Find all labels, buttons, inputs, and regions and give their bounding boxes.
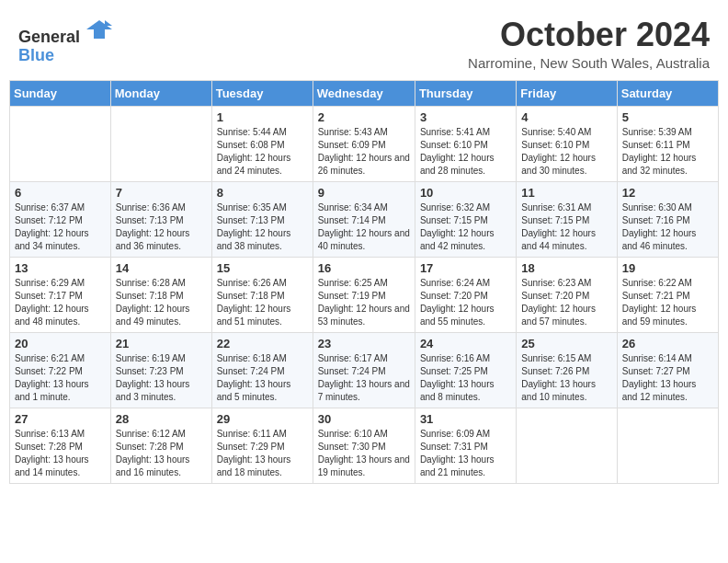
logo-blue: Blue [18, 46, 54, 64]
calendar-cell: 3Sunrise: 5:41 AM Sunset: 6:10 PM Daylig… [415, 106, 516, 181]
day-header-wednesday: Wednesday [313, 80, 415, 106]
calendar-cell: 17Sunrise: 6:24 AM Sunset: 7:20 PM Dayli… [415, 257, 516, 332]
logo: General Blue [18, 17, 112, 65]
day-info: Sunrise: 6:21 AM Sunset: 7:22 PM Dayligh… [15, 352, 106, 404]
day-info: Sunrise: 6:34 AM Sunset: 7:14 PM Dayligh… [318, 201, 410, 253]
calendar-cell: 13Sunrise: 6:29 AM Sunset: 7:17 PM Dayli… [10, 257, 111, 332]
day-info: Sunrise: 5:41 AM Sunset: 6:10 PM Dayligh… [420, 126, 511, 178]
day-number: 15 [217, 261, 308, 275]
calendar-cell: 19Sunrise: 6:22 AM Sunset: 7:21 PM Dayli… [617, 257, 718, 332]
calendar-cell: 21Sunrise: 6:19 AM Sunset: 7:23 PM Dayli… [110, 332, 211, 408]
day-number: 25 [521, 337, 611, 350]
logo-bird-icon [86, 17, 112, 42]
day-info: Sunrise: 5:40 AM Sunset: 6:10 PM Dayligh… [521, 126, 611, 178]
calendar-header-row: SundayMondayTuesdayWednesdayThursdayFrid… [10, 80, 719, 106]
day-number: 2 [318, 110, 410, 124]
day-info: Sunrise: 6:22 AM Sunset: 7:21 PM Dayligh… [622, 277, 713, 328]
day-info: Sunrise: 6:31 AM Sunset: 7:15 PM Dayligh… [521, 201, 611, 253]
calendar-cell: 4Sunrise: 5:40 AM Sunset: 6:10 PM Daylig… [517, 106, 617, 181]
day-number: 19 [622, 261, 713, 275]
day-info: Sunrise: 6:25 AM Sunset: 7:19 PM Dayligh… [318, 277, 410, 328]
day-info: Sunrise: 6:15 AM Sunset: 7:26 PM Dayligh… [521, 352, 611, 404]
day-number: 28 [116, 412, 207, 426]
day-info: Sunrise: 6:30 AM Sunset: 7:16 PM Dayligh… [622, 201, 713, 253]
calendar-cell [10, 106, 111, 181]
calendar-week-row: 13Sunrise: 6:29 AM Sunset: 7:17 PM Dayli… [10, 257, 719, 332]
calendar-cell: 18Sunrise: 6:23 AM Sunset: 7:20 PM Dayli… [517, 257, 617, 332]
day-number: 12 [622, 186, 713, 200]
day-info: Sunrise: 6:18 AM Sunset: 7:24 PM Dayligh… [217, 352, 308, 404]
day-number: 6 [15, 186, 106, 200]
day-info: Sunrise: 6:12 AM Sunset: 7:28 PM Dayligh… [116, 428, 207, 479]
day-info: Sunrise: 5:44 AM Sunset: 6:08 PM Dayligh… [217, 126, 308, 178]
calendar-week-row: 1Sunrise: 5:44 AM Sunset: 6:08 PM Daylig… [10, 106, 719, 181]
day-info: Sunrise: 6:23 AM Sunset: 7:20 PM Dayligh… [521, 277, 611, 328]
calendar-cell: 9Sunrise: 6:34 AM Sunset: 7:14 PM Daylig… [313, 181, 415, 257]
calendar-cell: 10Sunrise: 6:32 AM Sunset: 7:15 PM Dayli… [415, 181, 516, 257]
day-info: Sunrise: 6:37 AM Sunset: 7:12 PM Dayligh… [15, 201, 106, 253]
calendar-cell: 11Sunrise: 6:31 AM Sunset: 7:15 PM Dayli… [517, 181, 617, 257]
day-number: 31 [420, 412, 511, 426]
calendar-cell: 2Sunrise: 5:43 AM Sunset: 6:09 PM Daylig… [313, 106, 415, 181]
day-info: Sunrise: 6:29 AM Sunset: 7:17 PM Dayligh… [15, 277, 106, 328]
day-info: Sunrise: 6:16 AM Sunset: 7:25 PM Dayligh… [420, 352, 511, 404]
day-header-sunday: Sunday [10, 80, 111, 106]
calendar-cell [617, 408, 718, 483]
calendar-cell: 31Sunrise: 6:09 AM Sunset: 7:31 PM Dayli… [415, 408, 516, 483]
title-area: October 2024 Narromine, New South Wales,… [468, 17, 710, 71]
calendar-week-row: 20Sunrise: 6:21 AM Sunset: 7:22 PM Dayli… [10, 332, 719, 408]
day-number: 11 [521, 186, 611, 200]
day-number: 27 [15, 412, 106, 426]
calendar-cell: 29Sunrise: 6:11 AM Sunset: 7:29 PM Dayli… [211, 408, 313, 483]
day-number: 4 [521, 110, 611, 124]
calendar-cell: 7Sunrise: 6:36 AM Sunset: 7:13 PM Daylig… [110, 181, 211, 257]
day-header-saturday: Saturday [617, 80, 718, 106]
calendar-cell: 5Sunrise: 5:39 AM Sunset: 6:11 PM Daylig… [617, 106, 718, 181]
day-info: Sunrise: 5:39 AM Sunset: 6:11 PM Dayligh… [622, 126, 713, 178]
day-number: 18 [521, 261, 611, 275]
day-info: Sunrise: 6:26 AM Sunset: 7:18 PM Dayligh… [217, 277, 308, 328]
day-number: 13 [15, 261, 106, 275]
day-number: 29 [217, 412, 308, 426]
calendar-cell: 15Sunrise: 6:26 AM Sunset: 7:18 PM Dayli… [211, 257, 313, 332]
day-number: 22 [217, 337, 308, 350]
day-number: 30 [318, 412, 410, 426]
day-number: 20 [15, 337, 106, 350]
calendar-cell [110, 106, 211, 181]
day-number: 3 [420, 110, 511, 124]
day-info: Sunrise: 6:11 AM Sunset: 7:29 PM Dayligh… [217, 428, 308, 479]
month-title: October 2024 [468, 17, 710, 53]
calendar-cell: 25Sunrise: 6:15 AM Sunset: 7:26 PM Dayli… [517, 332, 617, 408]
day-number: 8 [217, 186, 308, 200]
header: General Blue October 2024 Narromine, New… [9, 9, 719, 75]
day-info: Sunrise: 6:17 AM Sunset: 7:24 PM Dayligh… [318, 352, 410, 404]
day-info: Sunrise: 6:32 AM Sunset: 7:15 PM Dayligh… [420, 201, 511, 253]
day-info: Sunrise: 6:19 AM Sunset: 7:23 PM Dayligh… [116, 352, 207, 404]
calendar-cell: 8Sunrise: 6:35 AM Sunset: 7:13 PM Daylig… [211, 181, 313, 257]
day-number: 26 [622, 337, 713, 350]
calendar-cell: 24Sunrise: 6:16 AM Sunset: 7:25 PM Dayli… [415, 332, 516, 408]
day-number: 16 [318, 261, 410, 275]
day-number: 7 [116, 186, 207, 200]
calendar-table: SundayMondayTuesdayWednesdayThursdayFrid… [9, 80, 719, 484]
day-info: Sunrise: 6:14 AM Sunset: 7:27 PM Dayligh… [622, 352, 713, 404]
calendar-cell: 23Sunrise: 6:17 AM Sunset: 7:24 PM Dayli… [313, 332, 415, 408]
calendar-week-row: 27Sunrise: 6:13 AM Sunset: 7:28 PM Dayli… [10, 408, 719, 483]
logo-general: General [18, 28, 80, 46]
day-number: 14 [116, 261, 207, 275]
calendar-cell: 27Sunrise: 6:13 AM Sunset: 7:28 PM Dayli… [10, 408, 111, 483]
day-header-friday: Friday [517, 80, 617, 106]
day-info: Sunrise: 6:28 AM Sunset: 7:18 PM Dayligh… [116, 277, 207, 328]
day-info: Sunrise: 5:43 AM Sunset: 6:09 PM Dayligh… [318, 126, 410, 178]
calendar-cell: 30Sunrise: 6:10 AM Sunset: 7:30 PM Dayli… [313, 408, 415, 483]
day-header-thursday: Thursday [415, 80, 516, 106]
calendar-cell: 14Sunrise: 6:28 AM Sunset: 7:18 PM Dayli… [110, 257, 211, 332]
calendar-cell: 26Sunrise: 6:14 AM Sunset: 7:27 PM Dayli… [617, 332, 718, 408]
day-number: 17 [420, 261, 511, 275]
day-info: Sunrise: 6:09 AM Sunset: 7:31 PM Dayligh… [420, 428, 511, 479]
location-subtitle: Narromine, New South Wales, Australia [468, 55, 710, 71]
day-info: Sunrise: 6:13 AM Sunset: 7:28 PM Dayligh… [15, 428, 106, 479]
day-header-tuesday: Tuesday [211, 80, 313, 106]
calendar-cell [517, 408, 617, 483]
day-info: Sunrise: 6:35 AM Sunset: 7:13 PM Dayligh… [217, 201, 308, 253]
